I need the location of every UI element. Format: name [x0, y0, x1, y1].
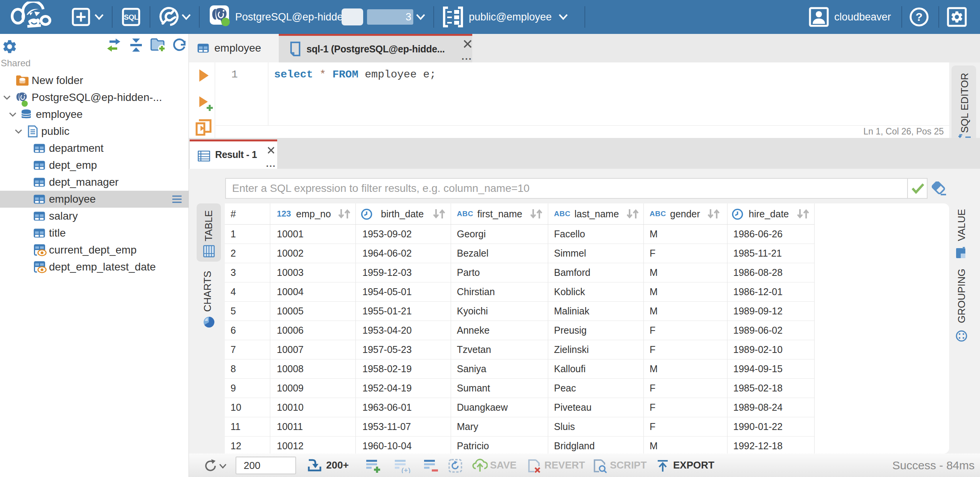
svg-text:(+): (+): [401, 466, 411, 473]
svg-text:SQL: SQL: [124, 13, 138, 21]
svg-text:?: ?: [916, 10, 923, 23]
